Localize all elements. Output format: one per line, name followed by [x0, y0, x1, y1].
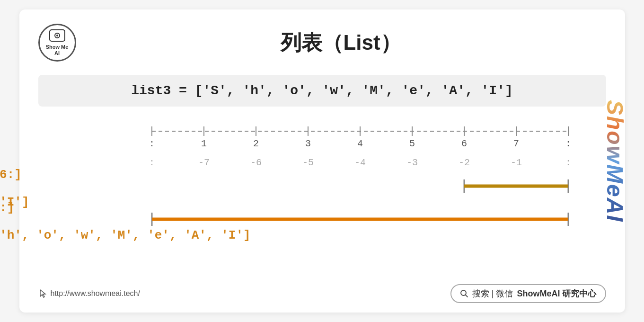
watermark: ShowMeAI: [605, 24, 625, 298]
svg-line-38: [465, 295, 468, 297]
svg-text::: :: [149, 157, 154, 168]
svg-point-2: [56, 35, 58, 36]
cursor-icon: [38, 289, 48, 298]
svg-text::: :: [149, 138, 154, 149]
logo: Show MeAI: [38, 24, 76, 62]
svg-text:4: 4: [357, 138, 362, 149]
code-content: list3 = ['S', 'h', 'o', 'w', 'M', 'e', '…: [131, 83, 513, 98]
svg-text:-7: -7: [198, 157, 209, 168]
brand-label: ShowMeAI 研究中心: [517, 288, 596, 299]
footer-url: http://www.showmeai.tech/: [38, 289, 140, 298]
diagram-svg: 截取 : 1 2 3 4 5 6 7 : :: [124, 118, 578, 269]
svg-text:2: 2: [253, 138, 258, 149]
row2-code: list3[:]: [0, 201, 251, 215]
search-label: 搜索 | 微信: [472, 288, 513, 299]
watermark-text: ShowMeAI: [605, 100, 625, 223]
svg-text::: :: [565, 138, 571, 149]
logo-text: Show MeAI: [46, 44, 69, 56]
header: Show MeAI 列表（List）: [38, 24, 606, 62]
footer-search-box: 搜索 | 微信 ShowMeAI 研究中心: [450, 284, 606, 303]
url-text: http://www.showmeai.tech/: [51, 289, 140, 298]
page-title: 列表（List）: [76, 29, 606, 57]
row1-code: list3[6:]: [0, 168, 29, 182]
svg-text::: :: [565, 157, 571, 168]
search-icon: [460, 289, 468, 298]
svg-text:1: 1: [201, 138, 206, 149]
svg-text:6: 6: [461, 138, 467, 149]
footer: http://www.showmeai.tech/ 搜索 | 微信 ShowMe…: [38, 284, 606, 303]
main-container: ShowMeAI Show MeAI 列表（List） list3 = ['S'…: [19, 9, 625, 313]
diagram-area: 截取 : 1 2 3 4 5 6 7 : :: [38, 118, 606, 271]
svg-text:-4: -4: [354, 157, 365, 168]
svg-text:-2: -2: [458, 157, 469, 168]
svg-text:-6: -6: [250, 157, 261, 168]
svg-text:5: 5: [409, 138, 415, 149]
svg-text:-5: -5: [302, 157, 313, 168]
svg-text:-3: -3: [406, 157, 417, 168]
svg-text:3: 3: [305, 138, 310, 149]
row2-labels: list3[:] ['S', 'h', 'o', 'w', 'M', 'e', …: [0, 201, 251, 242]
code-box: list3 = ['S', 'h', 'o', 'w', 'M', 'e', '…: [38, 75, 606, 107]
svg-text:7: 7: [513, 138, 519, 149]
logo-icon: [49, 29, 66, 42]
svg-text:-1: -1: [510, 157, 521, 168]
row2-result: ['S', 'h', 'o', 'w', 'M', 'e', 'A', 'I']: [0, 228, 251, 242]
